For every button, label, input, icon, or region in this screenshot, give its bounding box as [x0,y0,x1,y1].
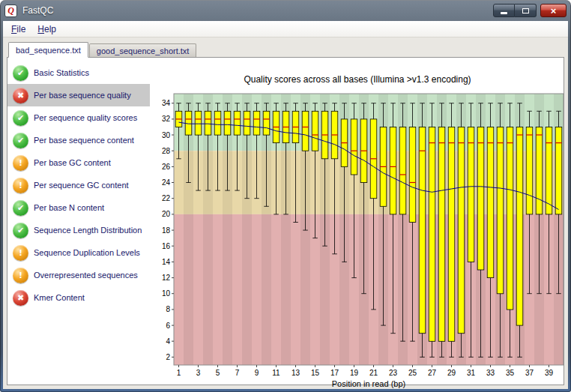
sidebar-item-label: Per base GC content [34,158,111,167]
svg-text:31: 31 [467,369,476,377]
svg-text:6: 6 [166,322,170,330]
svg-text:7: 7 [235,369,240,377]
tab-content-panel: ✔Basic Statistics✖Per base sequence qual… [7,57,564,385]
sidebar-item-per-sequence-quality-scores[interactable]: ✔Per sequence quality scores [7,106,150,129]
sidebar-item-basic-statistics[interactable]: ✔Basic Statistics [7,61,150,84]
svg-text:19: 19 [350,369,359,377]
sidebar-item-per-sequence-gc-content[interactable]: !Per sequence GC content [7,174,150,196]
svg-text:35: 35 [506,369,515,377]
sidebar-item-label: Per base sequence quality [34,91,131,100]
menu-help[interactable]: Help [31,22,62,36]
fail-icon: ✖ [13,290,28,306]
svg-text:25: 25 [408,369,417,377]
pass-icon: ✔ [13,133,28,148]
svg-text:8: 8 [166,305,170,313]
pass-icon: ✔ [13,65,28,81]
svg-text:13: 13 [291,369,300,377]
svg-text:4: 4 [166,337,170,346]
svg-text:21: 21 [369,369,378,377]
svg-text:Position in read (bp): Position in read (bp) [332,379,405,388]
svg-text:18: 18 [162,226,171,235]
sidebar-item-per-base-sequence-quality[interactable]: ✖Per base sequence quality [7,84,150,106]
minimize-icon [501,12,507,14]
window-title: FastQC [22,5,53,16]
sidebar-item-kmer-content[interactable]: ✖Kmer Content [7,286,150,309]
svg-text:10: 10 [162,289,171,298]
svg-text:14: 14 [162,258,171,266]
pass-icon: ✔ [13,223,28,238]
client-area: FileHelp bad_sequence.txtgood_sequence_s… [3,21,568,389]
fastqc-app-icon: Q [4,4,17,17]
sidebar-item-per-base-sequence-content[interactable]: ✔Per base sequence content [7,129,150,151]
tab-good-sequence-short-txt[interactable]: good_sequence_short.txt [89,43,197,57]
svg-text:22: 22 [162,194,171,202]
minimize-button[interactable] [493,4,515,17]
maximize-icon [522,8,529,13]
sidebar-item-label: Sequence Duplication Levels [34,248,140,257]
sidebar-item-label: Per sequence quality scores [34,113,137,122]
titlebar[interactable]: Q FastQC × [0,0,571,21]
close-button[interactable]: × [540,4,567,17]
svg-text:23: 23 [389,369,398,377]
svg-text:2: 2 [166,353,170,361]
fastqc-window: Q FastQC × FileHelp bad_sequence.txtgood… [0,0,571,392]
svg-text:26: 26 [162,163,171,171]
sidebar-item-label: Basic Statistics [34,68,89,77]
chart-title: Quality scores across all bases (Illumin… [151,74,564,85]
window-controls: × [493,4,567,17]
warn-icon: ! [13,155,28,171]
svg-text:5: 5 [216,369,220,377]
chart-area: Quality scores across all bases (Illumin… [150,58,564,385]
sidebar-item-label: Overrepresented sequences [34,271,138,280]
tab-bad-sequence-txt[interactable]: bad_sequence.txt [8,42,88,58]
svg-text:34: 34 [162,99,171,107]
pass-icon: ✔ [13,200,28,216]
svg-text:15: 15 [311,369,320,377]
svg-text:28: 28 [162,147,171,155]
svg-text:17: 17 [330,369,339,377]
svg-text:29: 29 [447,369,456,377]
sidebar-item-per-base-n-content[interactable]: ✔Per base N content [7,196,150,219]
sidebar-item-sequence-length-distribution[interactable]: ✔Sequence Length Distribution [7,219,150,241]
svg-text:11: 11 [272,369,280,377]
svg-text:3: 3 [196,369,201,377]
sidebar-item-label: Kmer Content [34,293,85,302]
svg-text:12: 12 [162,274,171,282]
workspace: bad_sequence.txtgood_sequence_short.txt … [3,37,568,389]
svg-text:32: 32 [162,115,171,123]
svg-text:30: 30 [162,131,171,139]
fail-icon: ✖ [13,88,28,103]
warn-icon: ! [13,245,28,261]
module-list: ✔Basic Statistics✖Per base sequence qual… [7,58,150,385]
tab-bar: bad_sequence.txtgood_sequence_short.txt [7,40,564,57]
svg-text:1: 1 [177,369,181,377]
menu-file[interactable]: File [5,22,31,36]
sidebar-item-sequence-duplication-levels[interactable]: !Sequence Duplication Levels [7,241,150,264]
sidebar-item-label: Sequence Length Distribution [34,226,142,235]
sidebar-item-per-base-gc-content[interactable]: !Per base GC content [7,151,150,174]
svg-text:37: 37 [525,369,534,377]
quality-boxplot-chart: 2468101214161820222426283032341357911131… [151,91,568,389]
sidebar-item-label: Per base N content [34,203,104,212]
pass-icon: ✔ [13,110,28,126]
sidebar-item-label: Per base sequence content [34,136,134,145]
menubar: FileHelp [3,21,568,37]
maximize-button[interactable] [515,4,537,17]
warn-icon: ! [13,178,28,193]
svg-text:39: 39 [545,369,554,377]
svg-text:16: 16 [162,242,171,250]
sidebar-item-overrepresented-sequences[interactable]: !Overrepresented sequences [7,264,150,286]
svg-text:20: 20 [162,210,171,218]
sidebar-item-label: Per sequence GC content [34,181,129,190]
svg-text:24: 24 [162,178,171,187]
svg-text:27: 27 [428,369,437,377]
svg-text:33: 33 [486,369,495,377]
warn-icon: ! [13,268,28,283]
svg-text:9: 9 [255,369,259,377]
